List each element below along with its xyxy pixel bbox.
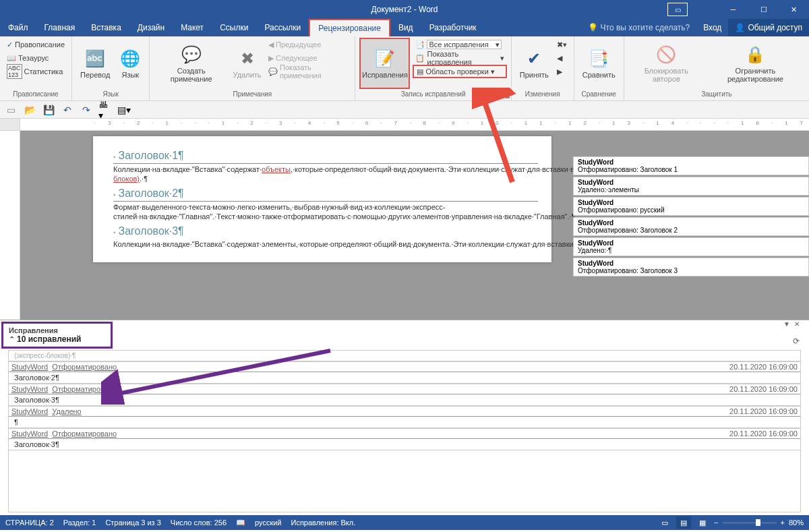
tab-review[interactable]: Рецензирование: [309, 19, 390, 36]
pane-close-icon[interactable]: ✕: [794, 320, 800, 328]
document-page[interactable]: ▪Заголовок·1¶ Коллекции·на·вкладке·"Вста…: [93, 136, 551, 262]
maximize-button[interactable]: ☐: [748, 0, 779, 19]
window-title: Документ2 - Word: [371, 5, 438, 14]
more-icon[interactable]: ▤▾: [117, 103, 131, 117]
status-words[interactable]: Число слов: 256: [171, 519, 227, 527]
document-scroll[interactable]: ▪Заголовок·1¶ Коллекции·на·вкладке·"Вста…: [20, 131, 809, 320]
group-changes: ✔ Принять ✖▾ ◀ ▶ Изменения: [512, 36, 574, 100]
status-section[interactable]: Раздел: 1: [63, 519, 96, 527]
reviewing-pane-button[interactable]: ▤Область проверки▾: [413, 65, 506, 78]
prev-comment-button[interactable]: ◀Предыдущее: [266, 38, 351, 51]
revision-row[interactable]: StudyWord Удалено20.11.2020 16:09:00: [9, 406, 800, 417]
prev-change-button[interactable]: ◀: [554, 51, 570, 65]
next-icon: ▶: [268, 54, 274, 63]
minimize-button[interactable]: ─: [718, 0, 748, 19]
thesaurus-button[interactable]: 📖Тезаурус: [4, 51, 67, 65]
read-mode-icon[interactable]: ▭: [657, 516, 672, 529]
new-comment-button[interactable]: 💬 Создать примечание: [154, 38, 229, 89]
login-button[interactable]: Вход: [696, 23, 728, 32]
tab-view[interactable]: Вид: [390, 19, 421, 36]
reject-icon: ✖▾: [557, 40, 567, 49]
globe-icon: 🌐: [119, 48, 141, 69]
web-layout-icon[interactable]: ▦: [695, 516, 710, 529]
balloon[interactable]: StudyWordОтформатировано: Заголовок 2: [573, 217, 809, 236]
chevron-down-icon: ▾: [496, 40, 500, 49]
new-doc-icon[interactable]: ▭: [4, 103, 18, 117]
status-page[interactable]: СТРАНИЦА: 2: [5, 519, 54, 527]
stats-button[interactable]: ABC123Статистика: [4, 65, 67, 78]
revision-row[interactable]: StudyWord Отформатировано20.11.2020 16:0…: [9, 361, 800, 372]
redo-icon[interactable]: ↷: [80, 103, 93, 117]
tab-file[interactable]: Файл: [0, 19, 36, 36]
share-button[interactable]: 👤Общий доступ: [728, 19, 809, 36]
quick-access-toolbar: ▭ 📂 💾 ↶ ↷ 🖶▾ ▤▾: [0, 101, 809, 119]
horizontal-ruler[interactable]: ·3·2·1···1·2·3·4·5·6·7·8·9·10·11·12·13·1…: [20, 119, 809, 131]
print-layout-icon[interactable]: ▤: [676, 516, 691, 529]
tab-references[interactable]: Ссылки: [212, 19, 256, 36]
spelling-button[interactable]: ✓Правописание: [4, 38, 67, 51]
collapse-icon[interactable]: ⌃: [9, 335, 15, 343]
reject-button[interactable]: ✖▾: [554, 38, 570, 51]
status-pageof[interactable]: Страница 3 из 3: [105, 519, 160, 527]
translate-button[interactable]: 🔤 Перевод: [76, 38, 114, 89]
heading-2: ▪Заголовок·2¶: [113, 187, 538, 200]
vertical-ruler[interactable]: [0, 131, 20, 320]
language-button[interactable]: 🌐 Язык: [115, 38, 145, 89]
status-track[interactable]: Исправления: Вкл.: [291, 519, 356, 527]
open-icon[interactable]: 📂: [23, 103, 36, 117]
revision-content: Заголовок·2¶: [9, 372, 800, 384]
chevron-down-icon: ▾: [500, 54, 504, 63]
pane-icon: ▤: [417, 67, 423, 76]
track-changes-button[interactable]: 📝 Исправления: [359, 38, 410, 89]
close-button[interactable]: ✕: [779, 0, 809, 19]
zoom-slider[interactable]: [723, 522, 777, 524]
zoom-out-icon[interactable]: −: [714, 519, 718, 527]
block-authors-button[interactable]: 🚫 Блокировать авторов: [628, 38, 705, 89]
tab-layout[interactable]: Макет: [173, 19, 212, 36]
next-comment-button[interactable]: ▶Следующее: [266, 51, 351, 65]
ribbon-options-icon[interactable]: ▭: [667, 3, 688, 16]
quickprint-icon[interactable]: 🖶▾: [98, 103, 112, 117]
display-for-review[interactable]: 📑Все исправления▾: [413, 38, 506, 51]
show-markup-button[interactable]: 📋Показать исправления▾: [413, 51, 506, 65]
zoom-in-icon[interactable]: +: [781, 519, 785, 527]
save-icon[interactable]: 💾: [42, 103, 55, 117]
translate-icon: 🔤: [84, 48, 106, 69]
revisions-list[interactable]: (экспресс-блоков)·¶ StudyWord Отформатир…: [8, 350, 801, 512]
restrict-editing-button[interactable]: 🔒 Ограничить редактирование: [706, 38, 805, 89]
balloon[interactable]: StudyWordУдалено:·¶: [573, 237, 809, 256]
pane-dropdown-icon[interactable]: ▼: [783, 320, 790, 328]
balloon[interactable]: StudyWordУдалено:·элементы: [573, 177, 809, 196]
accept-button[interactable]: ✔ Принять: [516, 38, 553, 89]
revision-content: ¶: [9, 417, 800, 428]
revision-row[interactable]: StudyWord Отформатировано20.11.2020 16:0…: [9, 384, 800, 394]
heading-3: ▪Заголовок·3¶: [113, 225, 538, 237]
undo-icon[interactable]: ↶: [61, 103, 74, 117]
show-comments-button[interactable]: 💬Показать примечания: [266, 65, 351, 78]
markup-icon: 📋: [415, 54, 425, 63]
group-comments: 💬 Создать примечание ✖ Удалить ◀Предыдущ…: [150, 36, 355, 100]
delete-comment-button[interactable]: ✖ Удалить: [230, 38, 264, 89]
tab-insert[interactable]: Вставка: [83, 19, 129, 36]
comment-icon: 💬: [181, 44, 202, 65]
paragraph-1: Коллекции·на·вкладке·"Вставка"·содержат·…: [113, 163, 538, 183]
status-language[interactable]: русский: [255, 519, 281, 527]
revision-row[interactable]: StudyWord Отформатировано20.11.2020 16:0…: [9, 428, 800, 439]
revision-content: Заголовок·3¶: [9, 394, 800, 406]
proof-icon[interactable]: 📖: [236, 519, 245, 527]
refresh-icon[interactable]: ⟳: [793, 336, 800, 346]
next-change-button[interactable]: ▶: [554, 65, 570, 78]
compare-button[interactable]: 📑 Сравнить: [578, 38, 620, 89]
balloon[interactable]: StudyWordОтформатировано: Заголовок 3: [573, 258, 809, 276]
dialog-launcher-icon[interactable]: ◢: [505, 92, 510, 99]
balloon[interactable]: StudyWordОтформатировано: Заголовок 1: [573, 156, 809, 175]
balloon[interactable]: StudyWordОтформатировано: русский: [573, 197, 809, 216]
tab-home[interactable]: Главная: [36, 19, 84, 36]
tab-developer[interactable]: Разработчик: [421, 19, 485, 36]
group-compare: 📑 Сравнить Сравнение: [574, 36, 624, 100]
tab-design[interactable]: Дизайн: [129, 19, 173, 36]
zoom-level[interactable]: 80%: [789, 519, 804, 527]
tell-me[interactable]: 💡Что вы хотите сделать?: [581, 23, 697, 32]
tab-mailings[interactable]: Рассылки: [256, 19, 309, 36]
book-icon: 📖: [7, 54, 16, 63]
